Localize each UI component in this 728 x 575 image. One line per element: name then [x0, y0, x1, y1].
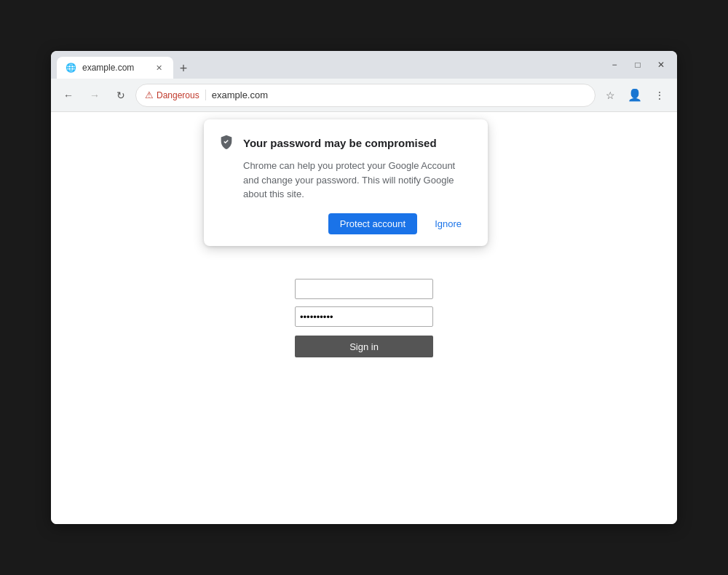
bookmark-icon: ☆ — [606, 90, 615, 101]
profile-icon: 👤 — [628, 88, 642, 102]
reload-icon: ↻ — [116, 90, 125, 101]
menu-icon: ⋮ — [654, 90, 665, 101]
menu-button[interactable]: ⋮ — [648, 84, 671, 107]
popup-header: Your password may be compromised — [218, 134, 473, 151]
browser-window: 🌐 example.com ✕ + − □ ✕ ← → ↻ ⚠ Dangerou… — [51, 51, 677, 524]
content-area: Your password may be compromised Chrome … — [51, 112, 677, 524]
tab-favicon: 🌐 — [66, 63, 76, 73]
shield-icon — [218, 134, 236, 151]
reload-button[interactable]: ↻ — [109, 84, 132, 107]
password-input[interactable] — [295, 306, 433, 327]
security-popup: Your password may be compromised Chrome … — [204, 119, 488, 246]
address-bar[interactable]: ⚠ Dangerous example.com — [135, 84, 596, 107]
forward-icon: → — [90, 90, 100, 101]
ignore-button[interactable]: Ignore — [423, 213, 473, 234]
protect-account-button[interactable]: Protect account — [328, 213, 417, 234]
profile-button[interactable]: 👤 — [623, 84, 646, 107]
new-tab-button[interactable]: + — [173, 58, 194, 79]
tab-area: 🌐 example.com ✕ + — [57, 51, 601, 79]
back-button[interactable]: ← — [57, 84, 80, 107]
window-controls: − □ ✕ — [604, 55, 671, 75]
tab-title: example.com — [82, 63, 134, 73]
tab-close-button[interactable]: ✕ — [153, 62, 165, 74]
minimize-button[interactable]: − — [604, 55, 625, 75]
security-warning[interactable]: ⚠ Dangerous — [145, 90, 206, 100]
maximize-button[interactable]: □ — [628, 55, 648, 75]
warning-triangle-icon: ⚠ — [145, 90, 154, 100]
address-text: example.com — [212, 90, 586, 100]
back-icon: ← — [63, 90, 74, 101]
popup-title: Your password may be compromised — [243, 137, 437, 149]
bookmark-button[interactable]: ☆ — [598, 84, 622, 107]
username-input[interactable] — [295, 279, 433, 299]
popup-body: Chrome can help you protect your Google … — [218, 159, 473, 202]
nav-actions: ☆ 👤 ⋮ — [598, 84, 671, 107]
security-label: Dangerous — [157, 90, 199, 100]
signin-button[interactable]: Sign in — [295, 336, 433, 357]
popup-actions: Protect account Ignore — [218, 213, 473, 234]
title-bar: 🌐 example.com ✕ + − □ ✕ — [51, 51, 677, 79]
forward-button[interactable]: → — [83, 84, 106, 107]
window-close-button[interactable]: ✕ — [651, 55, 671, 75]
navigation-bar: ← → ↻ ⚠ Dangerous example.com ☆ 👤 ⋮ — [51, 79, 677, 112]
active-tab[interactable]: 🌐 example.com ✕ — [57, 57, 173, 79]
